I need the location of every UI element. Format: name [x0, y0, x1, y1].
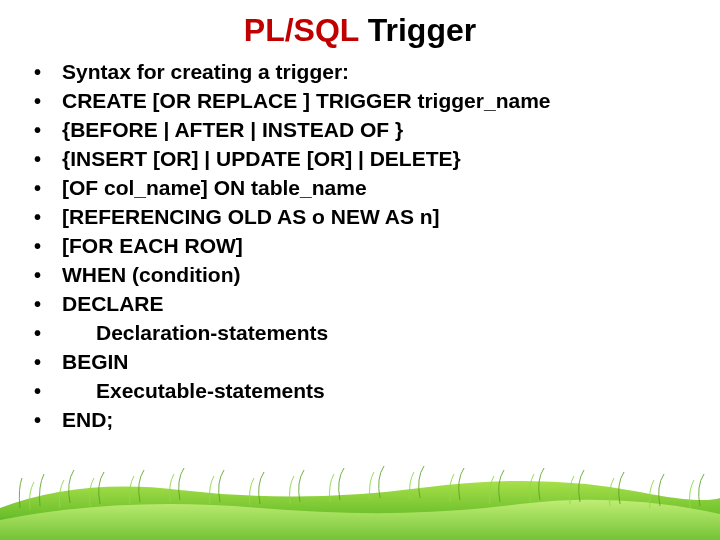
grass-decoration [0, 448, 720, 540]
bullet-text: Syntax for creating a trigger: [62, 58, 674, 87]
slide-title: PL/SQL Trigger [0, 12, 720, 49]
bullet-dot-icon: • [34, 378, 62, 406]
title-part-red: PL/SQL [244, 12, 359, 48]
bullet-item: •WHEN (condition) [34, 261, 674, 290]
bullet-dot-icon: • [34, 59, 62, 87]
bullet-text: END; [62, 406, 674, 435]
bullet-item: •[FOR EACH ROW] [34, 232, 674, 261]
bullet-text: DECLARE [62, 290, 674, 319]
bullet-dot-icon: • [34, 233, 62, 261]
bullet-dot-icon: • [34, 320, 62, 348]
bullet-dot-icon: • [34, 204, 62, 232]
bullet-dot-icon: • [34, 291, 62, 319]
bullet-text: Declaration-statements [62, 319, 674, 348]
bullet-item: •[REFERENCING OLD AS o NEW AS n] [34, 203, 674, 232]
bullet-item: •[OF col_name] ON table_name [34, 174, 674, 203]
bullet-text: {BEFORE | AFTER | INSTEAD OF } [62, 116, 674, 145]
bullet-item: •{INSERT [OR] | UPDATE [OR] | DELETE} [34, 145, 674, 174]
bullet-list: •Syntax for creating a trigger:•CREATE [… [34, 58, 674, 435]
bullet-item: •CREATE [OR REPLACE ] TRIGGER trigger_na… [34, 87, 674, 116]
bullet-item: •{BEFORE | AFTER | INSTEAD OF } [34, 116, 674, 145]
bullet-dot-icon: • [34, 175, 62, 203]
bullet-text: [OF col_name] ON table_name [62, 174, 674, 203]
title-part-black: Trigger [359, 12, 476, 48]
bullet-item: •BEGIN [34, 348, 674, 377]
bullet-text: [FOR EACH ROW] [62, 232, 674, 261]
bullet-text: WHEN (condition) [62, 261, 674, 290]
bullet-dot-icon: • [34, 146, 62, 174]
bullet-item: •Executable-statements [34, 377, 674, 406]
bullet-item: •Syntax for creating a trigger: [34, 58, 674, 87]
bullet-text: BEGIN [62, 348, 674, 377]
bullet-item: •Declaration-statements [34, 319, 674, 348]
bullet-text: CREATE [OR REPLACE ] TRIGGER trigger_nam… [62, 87, 674, 116]
bullet-dot-icon: • [34, 407, 62, 435]
bullet-text: {INSERT [OR] | UPDATE [OR] | DELETE} [62, 145, 674, 174]
bullet-item: •END; [34, 406, 674, 435]
bullet-item: •DECLARE [34, 290, 674, 319]
bullet-dot-icon: • [34, 262, 62, 290]
slide: PL/SQL Trigger •Syntax for creating a tr… [0, 0, 720, 540]
bullet-dot-icon: • [34, 117, 62, 145]
bullet-dot-icon: • [34, 349, 62, 377]
bullet-text: [REFERENCING OLD AS o NEW AS n] [62, 203, 674, 232]
bullet-text: Executable-statements [62, 377, 674, 406]
bullet-dot-icon: • [34, 88, 62, 116]
